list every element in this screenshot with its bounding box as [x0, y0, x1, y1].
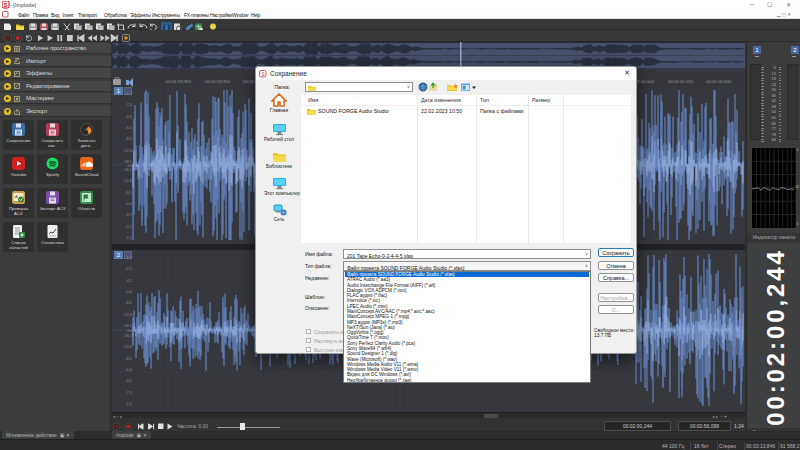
svg-text:A: A [15, 194, 18, 199]
